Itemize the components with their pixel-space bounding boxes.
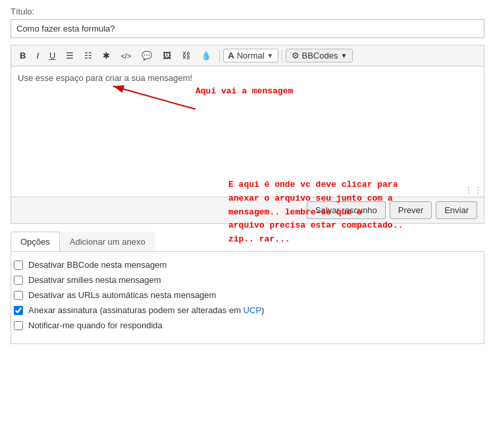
option-row-3: Desativar as URLs automáticas nesta mens… xyxy=(14,290,481,300)
titulo-label: Título: xyxy=(11,7,484,16)
font-size-arrow: ▼ xyxy=(267,52,274,59)
bbcodes-arrow: ▼ xyxy=(340,52,347,59)
annotation-container: Aqui vai a mensagem E aqui é onde vc dev… xyxy=(11,66,484,197)
option-checkbox-1[interactable] xyxy=(14,261,23,270)
tab-opcoes[interactable]: Opções xyxy=(11,232,60,251)
bbcodes-label: BBCodes xyxy=(302,51,338,61)
save-draft-button[interactable]: Salvar rascunho xyxy=(307,201,386,219)
special-button[interactable]: ✱ xyxy=(98,48,115,63)
editor-bottom-bar: Salvar rascunho Prever Enviar xyxy=(11,197,484,224)
arrows-svg xyxy=(11,66,484,197)
resize-handle[interactable]: ⋮⋮ xyxy=(464,185,482,195)
italic-button[interactable]: I xyxy=(32,48,43,63)
option-checkbox-5[interactable] xyxy=(14,321,23,330)
underline-button[interactable]: U xyxy=(45,48,60,63)
code-button[interactable]: </> xyxy=(116,49,136,62)
option-row-1: Desativar BBCode nesta mensagem xyxy=(14,260,481,270)
send-button[interactable]: Enviar xyxy=(436,201,477,219)
titulo-input[interactable] xyxy=(11,19,484,38)
tab-anexo[interactable]: Adicionar um anexo xyxy=(60,232,155,251)
option-checkbox-4[interactable] xyxy=(14,306,23,315)
option-row-5: Notificar-me quando for respondida xyxy=(14,320,481,330)
annotation-text-1: Aqui vai a mensagem xyxy=(195,86,293,96)
bold-button[interactable]: B xyxy=(15,48,30,63)
option-checkbox-2[interactable] xyxy=(14,276,23,285)
comment-button[interactable]: 💬 xyxy=(137,48,157,63)
image-button[interactable]: 🖼 xyxy=(158,48,176,63)
option-label-4[interactable]: Anexar assinatura (assinaturas podem ser… xyxy=(28,305,264,315)
option-label-5[interactable]: Notificar-me quando for respondida xyxy=(28,320,163,330)
tabs-container: Opções Adicionar um anexo xyxy=(11,232,484,252)
toolbar-separator-1 xyxy=(219,49,220,62)
gear-icon: ⚙ xyxy=(292,51,300,61)
link-button[interactable]: ⛓ xyxy=(177,48,195,63)
option-label-2[interactable]: Desativar smilies nesta mensagem xyxy=(28,275,161,285)
font-size-icon: A xyxy=(228,51,234,61)
preview-button[interactable]: Prever xyxy=(390,201,432,219)
titulo-label-container: Título: xyxy=(11,7,484,45)
list-ordered-button[interactable]: ☷ xyxy=(80,48,97,63)
editor-toolbar: B I U ☰ ☷ ✱ </> 💬 🖼 ⛓ 💧 A Normal ▼ ⚙ BBC… xyxy=(11,45,484,66)
svg-line-1 xyxy=(113,86,195,109)
option-row-4: Anexar assinatura (assinaturas podem ser… xyxy=(14,305,481,315)
options-panel: Desativar BBCode nesta mensagem Desativa… xyxy=(11,252,484,344)
editor-area[interactable]: Use esse espaço para criar a sua mensage… xyxy=(11,66,484,197)
toolbar-separator-2 xyxy=(282,49,282,62)
ucp-link[interactable]: UCP xyxy=(244,305,261,315)
option-checkbox-3[interactable] xyxy=(14,291,23,300)
option-row-2: Desativar smilies nesta mensagem xyxy=(14,275,481,285)
editor-placeholder: Use esse espaço para criar a sua mensage… xyxy=(18,73,477,83)
color-button[interactable]: 💧 xyxy=(196,48,216,63)
list-unordered-button[interactable]: ☰ xyxy=(61,48,78,63)
font-size-dropdown[interactable]: A Normal ▼ xyxy=(223,49,278,62)
option-label-3[interactable]: Desativar as URLs automáticas nesta mens… xyxy=(28,290,216,300)
bbcodes-dropdown[interactable]: ⚙ BBCodes ▼ xyxy=(286,49,353,62)
option-label-1[interactable]: Desativar BBCode nesta mensagem xyxy=(28,260,167,270)
font-size-label: Normal xyxy=(237,51,265,61)
